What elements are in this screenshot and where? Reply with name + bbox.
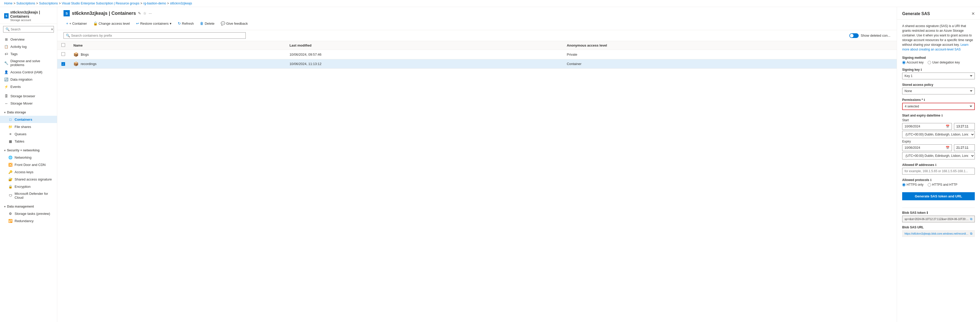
show-deleted-label: Show deleted con... (861, 33, 891, 38)
sidebar-item-redundancy[interactable]: 🔁 Redundancy (0, 217, 57, 224)
select-all-checkbox[interactable] (61, 43, 65, 47)
sas-close-button[interactable]: ✕ (971, 11, 975, 16)
permissions-info-icon[interactable]: ℹ (924, 98, 925, 102)
delete-button[interactable]: 🗑 Delete (197, 20, 217, 27)
feedback-button[interactable]: 💬 Give feedback (218, 20, 250, 27)
refresh-button[interactable]: ↻ Refresh (175, 20, 197, 27)
sidebar-item-queues[interactable]: ≡ Queues (0, 130, 57, 138)
sidebar-item-containers[interactable]: □ Containers (0, 116, 57, 123)
row-checkbox-cell[interactable]: ✓ (57, 59, 69, 69)
sidebar-item-events[interactable]: ⚡ Events (0, 83, 57, 90)
divider (902, 208, 975, 208)
header-checkbox-col (57, 41, 69, 50)
sas-https-http-radio[interactable]: HTTPS and HTTP (928, 183, 957, 187)
sidebar-search-input[interactable] (11, 28, 50, 31)
edit-icon[interactable]: ✎ (138, 11, 141, 15)
sas-signing-key-select[interactable]: Key 1 Key 2 (902, 73, 975, 79)
breadcrumb-subscriptions2[interactable]: Subscriptions (39, 2, 58, 5)
sidebar-item-defender[interactable]: 🛡 Microsoft Defender for Cloud (0, 190, 57, 201)
blob-token-info-icon[interactable]: ℹ (927, 211, 928, 214)
datetime-info-icon[interactable]: ℹ (942, 114, 942, 117)
sidebar-item-tables[interactable]: ▦ Tables (0, 138, 57, 145)
sas-https-only-radio[interactable]: HTTPS only (902, 183, 924, 187)
sas-delegation-key-radio[interactable]: User delegation key (928, 60, 960, 64)
row-checkbox-cell[interactable] (57, 50, 69, 59)
copy-url-icon[interactable]: ⧉ (970, 232, 972, 235)
table-row[interactable]: 📦 $logs 10/06/2024, 09:57:46 Private (57, 50, 897, 59)
star-icon[interactable]: ☆ (143, 11, 146, 15)
sas-permissions-select[interactable]: 4 selected (902, 103, 975, 110)
sidebar-search-wrap[interactable]: 🔍 ✕ (3, 26, 54, 33)
add-container-button[interactable]: + + Container (64, 20, 89, 27)
sidebar-item-diagnose[interactable]: 🔧 Diagnose and solve problems (0, 57, 57, 68)
sidebar-item-encryption[interactable]: 🔒 Encryption (0, 183, 57, 190)
sidebar-account-name: st6cknn3zjkeajs | Containers (10, 10, 53, 19)
sas-blob-url-value: https://st6cknn3zjkeajs.blob.core.window… (902, 230, 975, 237)
clear-search-icon[interactable]: ✕ (51, 28, 53, 31)
sas-allowed-ip-input[interactable] (902, 168, 975, 174)
search-icon: 🔍 (5, 27, 10, 31)
sidebar-item-label: Containers (14, 117, 32, 122)
row-name-cell[interactable]: 📦 $logs (69, 50, 285, 59)
sas-start-timezone-select[interactable]: (UTC+00:00) Dublin, Edinburgh, Lisbon, L… (902, 131, 975, 138)
breadcrumb-rg[interactable]: rg-bastion-demo (143, 2, 166, 5)
row-checkbox[interactable] (61, 52, 65, 56)
sidebar-item-activity-log[interactable]: 📋 Activity log (0, 43, 57, 50)
sas-panel-body: A shared access signature (SAS) is a URI… (897, 19, 980, 244)
show-deleted-toggle[interactable] (850, 33, 859, 38)
copy-token-icon[interactable]: ⧉ (970, 217, 972, 221)
sas-start-label: Start (902, 118, 975, 122)
sidebar-item-label: Queues (14, 132, 27, 136)
signing-key-info-icon[interactable]: ℹ (921, 68, 922, 71)
sidebar-group-security[interactable]: ▾ Security + networking (0, 147, 57, 154)
row-checkbox[interactable]: ✓ (61, 62, 65, 66)
sas-blob-url-field: Blob SAS URL https://st6cknn3zjkeajs.blo… (902, 225, 975, 237)
restore-button[interactable]: ↩ Restore containers ▾ (134, 20, 174, 27)
breadcrumb-subscriptions[interactable]: Subscriptions (16, 2, 35, 5)
sidebar-item-access-control[interactable]: 👤 Access Control (IAM) (0, 68, 57, 76)
storage-browser-icon: 🗄 (4, 94, 8, 98)
sidebar-item-file-shares[interactable]: 📁 File shares (0, 123, 57, 130)
sas-datetime-field: Start and expiry date/time ℹ Start 10/06… (902, 114, 975, 159)
sidebar-section-data-mgmt: ▾ Data management ⚙ Storage tasks (previ… (0, 202, 57, 225)
allowed-ip-info-icon[interactable]: ℹ (935, 163, 936, 167)
calendar-icon[interactable]: 📅 (946, 146, 950, 149)
change-access-button[interactable]: 🔒 Change access level (91, 20, 132, 27)
breadcrumb-home[interactable]: Home (4, 2, 13, 5)
sas-learn-more-link[interactable]: Learn more about creating an account-lev… (902, 43, 969, 51)
header-name: Name (69, 41, 285, 50)
breadcrumb-storage[interactable]: st6cknn3zjkeajs (170, 2, 192, 5)
sidebar-group-data-storage[interactable]: ▾ Data storage (0, 109, 57, 116)
sidebar-item-tags[interactable]: 🏷 Tags (0, 50, 57, 57)
sidebar-item-storage-tasks[interactable]: ⚙ Storage tasks (preview) (0, 210, 57, 217)
sidebar-item-shared-access[interactable]: 🔐 Shared access signature (0, 176, 57, 183)
generate-sas-button[interactable]: Generate SAS token and URL (902, 192, 975, 200)
search-prefix-input[interactable] (71, 33, 243, 38)
sas-allowed-ip-field: Allowed IP addresses ℹ (902, 163, 975, 174)
add-icon: + (66, 21, 68, 25)
row-name-cell[interactable]: 📦 recordings (69, 59, 285, 69)
sidebar-item-storage-mover[interactable]: ↔ Storage Mover (0, 100, 57, 107)
sidebar-item-data-migration[interactable]: 🔄 Data migration (0, 76, 57, 83)
sidebar-item-front-door[interactable]: 🔀 Front Door and CDN (0, 161, 57, 168)
sas-stored-policy-select[interactable]: None (902, 88, 975, 94)
table-row[interactable]: ✓ 📦 recordings 10/06/2024, 11:13:12 Cont… (57, 59, 897, 69)
sidebar-item-overview[interactable]: ⊞ Overview (0, 36, 57, 43)
sas-expiry-date-input[interactable]: 10/06/2024 📅 (902, 144, 952, 151)
protocols-info-icon[interactable]: ℹ (930, 178, 931, 182)
sidebar-item-networking[interactable]: 🌐 Networking (0, 154, 57, 161)
sas-expiry-time-input[interactable] (954, 144, 975, 151)
sas-start-time-input[interactable] (954, 123, 975, 130)
sas-blob-token-field: Blob SAS token ℹ sp=r&st=2024-06-10T12:2… (902, 211, 975, 222)
sidebar-item-storage-browser[interactable]: 🗄 Storage browser (0, 92, 57, 100)
sas-account-key-radio[interactable]: Account key (902, 60, 924, 64)
sidebar-item-access-keys[interactable]: 🔑 Access keys (0, 168, 57, 176)
breadcrumb-resource-groups[interactable]: Visual Studio Enterprise Subscription | … (62, 2, 139, 5)
storage-mover-icon: ↔ (4, 101, 8, 105)
sas-expiry-timezone-select[interactable]: (UTC+00:00) Dublin, Edinburgh, Lisbon, L… (902, 152, 975, 159)
sidebar-group-data-mgmt[interactable]: ▾ Data management (0, 203, 57, 210)
sas-start-date-input[interactable]: 10/06/2024 📅 (902, 123, 952, 130)
search-prefix-box[interactable]: 🔍 (64, 32, 246, 39)
more-icon[interactable]: ··· (149, 11, 152, 15)
calendar-icon[interactable]: 📅 (946, 125, 950, 128)
